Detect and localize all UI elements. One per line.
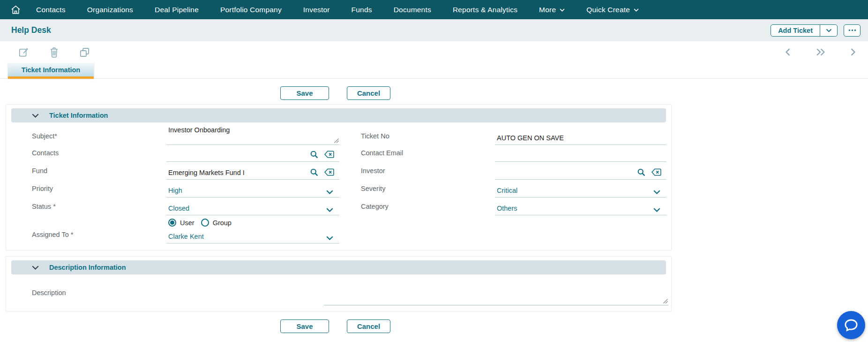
ticket-no-input[interactable]: AUTO GEN ON SAVE	[495, 131, 666, 145]
description-information-card: Description Information Description	[6, 256, 672, 312]
category-select[interactable]: Others	[495, 201, 666, 215]
form-actions-bottom: Save Cancel	[0, 319, 868, 333]
subject-label: Subject*	[32, 132, 166, 145]
ticket-no-label: Ticket No	[339, 132, 495, 145]
cancel-button[interactable]: Cancel	[347, 319, 390, 333]
cancel-button[interactable]: Cancel	[347, 86, 390, 100]
priority-select[interactable]: High	[166, 183, 339, 198]
record-pager	[785, 41, 856, 63]
clear-field-icon[interactable]	[324, 168, 334, 176]
resize-handle-icon[interactable]	[334, 138, 339, 143]
assigned-to-type-radios: User Group	[166, 219, 339, 229]
form-row: Description	[11, 281, 666, 305]
add-ticket-button[interactable]: Add Ticket	[771, 24, 838, 37]
add-ticket-dropdown-caret[interactable]	[820, 25, 837, 36]
description-input[interactable]	[324, 287, 668, 305]
previous-record-icon[interactable]	[785, 48, 791, 56]
ticket-information-section-header[interactable]: Ticket Information	[11, 108, 666, 122]
chat-bubble-icon	[843, 317, 860, 334]
search-icon[interactable]	[637, 168, 645, 176]
section-title: Ticket Information	[49, 112, 108, 119]
chevron-down-icon[interactable]	[326, 208, 337, 212]
record-toolbar	[0, 41, 868, 63]
add-ticket-label[interactable]: Add Ticket	[771, 25, 820, 36]
category-value: Others	[497, 205, 517, 212]
save-button[interactable]: Save	[280, 319, 329, 333]
nav-contacts[interactable]: Contacts	[36, 6, 66, 14]
clear-field-icon[interactable]	[324, 151, 334, 158]
ticket-no-value: AUTO GEN ON SAVE	[497, 134, 564, 142]
skip-forward-icon[interactable]	[816, 48, 825, 56]
next-record-icon[interactable]	[850, 48, 856, 56]
nav-portfolio-company[interactable]: Portfolio Company	[220, 6, 282, 14]
assigned-to-select[interactable]: Clarke Kent	[166, 229, 339, 243]
more-actions-button[interactable]	[844, 24, 861, 37]
nav-investor[interactable]: Investor	[303, 6, 330, 14]
priority-value: High	[168, 187, 182, 194]
chevron-down-icon[interactable]	[653, 190, 665, 194]
nav-organizations[interactable]: Organizations	[87, 6, 133, 14]
chevron-down-icon[interactable]	[653, 208, 665, 212]
fund-value[interactable]: Emerging Markets Fund I	[168, 169, 245, 176]
chevron-down-icon	[560, 8, 565, 12]
chevron-down-icon	[32, 114, 39, 118]
edit-icon[interactable]	[18, 47, 29, 58]
top-nav: Contacts Organizations Deal Pipeline Por…	[0, 0, 868, 19]
contacts-input[interactable]	[166, 148, 339, 162]
resize-handle-icon[interactable]	[663, 299, 668, 304]
chat-widget-button[interactable]	[837, 311, 865, 339]
investor-input[interactable]	[495, 166, 666, 180]
form-row: Priority High Severity Critical	[32, 180, 666, 198]
chevron-down-icon	[32, 266, 39, 270]
clear-field-icon[interactable]	[651, 168, 661, 176]
nav-reports-analytics[interactable]: Reports & Analytics	[453, 6, 517, 14]
investor-label: Investor	[339, 167, 495, 180]
form-actions-top: Save Cancel	[0, 86, 868, 100]
description-label: Description	[32, 289, 66, 302]
search-icon[interactable]	[310, 168, 318, 176]
priority-label: Priority	[32, 185, 166, 198]
chevron-down-icon[interactable]	[326, 236, 337, 240]
subject-input[interactable]: Investor Onboarding	[166, 124, 339, 145]
ticket-information-card: Ticket Information Subject* Investor Onb…	[6, 104, 672, 251]
delete-icon[interactable]	[50, 47, 59, 58]
form-row: Contacts Contact Email	[32, 145, 666, 162]
nav-more[interactable]: More	[539, 6, 565, 14]
fund-input[interactable]: Emerging Markets Fund I	[166, 166, 339, 180]
user-radio-label[interactable]: User	[180, 219, 195, 227]
subject-value[interactable]: Investor Onboarding	[168, 126, 230, 134]
contact-email-label: Contact Email	[339, 149, 495, 162]
clone-icon[interactable]	[79, 47, 90, 58]
status-value: Closed	[168, 205, 189, 212]
group-radio-label[interactable]: Group	[213, 219, 232, 227]
chevron-down-icon	[634, 8, 639, 12]
status-select[interactable]: Closed	[166, 201, 339, 215]
nav-deal-pipeline[interactable]: Deal Pipeline	[155, 6, 199, 14]
status-label: Status *	[32, 203, 166, 215]
tab-bar: Ticket Information	[0, 63, 868, 79]
severity-select[interactable]: Critical	[495, 183, 666, 198]
description-information-section-header[interactable]: Description Information	[11, 260, 666, 274]
severity-label: Severity	[339, 185, 495, 198]
tab-ticket-information[interactable]: Ticket Information	[8, 63, 94, 79]
form-row: Status * Closed Category Others	[32, 198, 666, 215]
assigned-to-value: Clarke Kent	[168, 233, 204, 240]
assigned-to-label: Assigned To *	[32, 231, 166, 243]
page-header-bar: Help Desk Add Ticket	[0, 19, 868, 41]
section-title: Description Information	[49, 264, 126, 271]
save-button[interactable]: Save	[280, 86, 329, 100]
nav-items: Contacts Organizations Deal Pipeline Por…	[36, 6, 639, 14]
nav-documents[interactable]: Documents	[394, 6, 431, 14]
user-radio[interactable]	[168, 219, 176, 227]
form-row: Assigned To * User Group Clarke Kent	[32, 215, 666, 243]
severity-value: Critical	[497, 187, 517, 194]
form-row: Subject* Investor Onboarding Ticket No A…	[32, 123, 666, 145]
chevron-down-icon[interactable]	[326, 190, 337, 194]
search-icon[interactable]	[310, 150, 318, 159]
fund-label: Fund	[32, 167, 166, 180]
home-icon[interactable]	[10, 5, 21, 15]
contact-email-input[interactable]	[495, 148, 666, 162]
nav-quick-create[interactable]: Quick Create	[586, 6, 639, 14]
nav-funds[interactable]: Funds	[352, 6, 372, 14]
group-radio[interactable]	[201, 219, 209, 227]
